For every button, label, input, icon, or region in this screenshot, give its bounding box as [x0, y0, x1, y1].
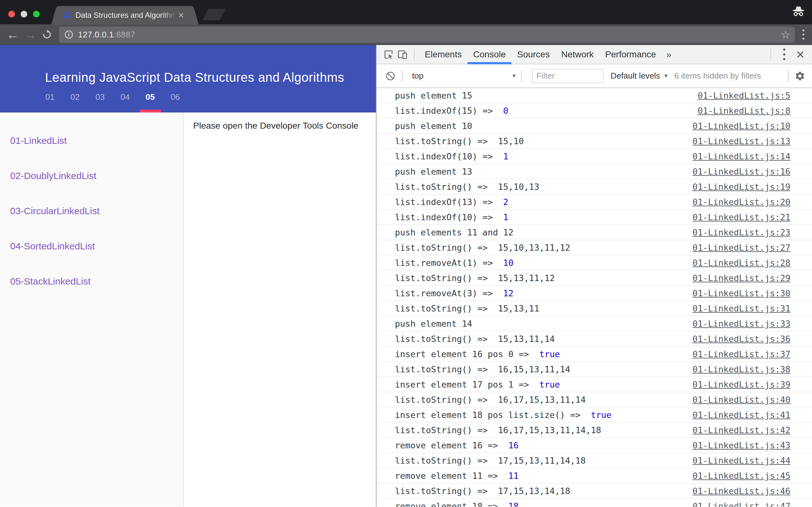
- console-source-link[interactable]: 01-LinkedList.js:5: [698, 91, 791, 101]
- console-message-text: list.toString() =>: [395, 182, 488, 192]
- console-source-link[interactable]: 01-LinkedList.js:13: [693, 136, 791, 146]
- clear-console-button[interactable]: [384, 69, 397, 83]
- inspect-element-button[interactable]: [382, 48, 396, 61]
- console-message-value: 18: [508, 501, 519, 507]
- console-message-text: list.toString() =>: [395, 486, 488, 496]
- console-source-link[interactable]: 01-LinkedList.js:33: [693, 319, 791, 329]
- console-message-value: 15,10: [498, 136, 524, 146]
- address-bar[interactable]: 127.0.0.1:8887 ☆: [59, 26, 795, 43]
- browser-menu-button[interactable]: [801, 27, 806, 42]
- console-message-text: list.indexOf(10) =>: [395, 212, 493, 222]
- header-nav-tab[interactable]: 05: [138, 81, 163, 112]
- more-tabs-icon[interactable]: »: [662, 49, 676, 60]
- console-source-link[interactable]: 01-LinkedList.js:19: [693, 182, 791, 192]
- console-message-value: true: [591, 410, 612, 420]
- console-source-link[interactable]: 01-LinkedList.js:29: [693, 273, 791, 283]
- console-source-link[interactable]: 01-LinkedList.js:27: [693, 243, 791, 252]
- forward-button[interactable]: →: [23, 27, 38, 42]
- console-source-link[interactable]: 01-LinkedList.js:44: [693, 456, 791, 465]
- device-toolbar-button[interactable]: [396, 48, 409, 61]
- header-nav-tab[interactable]: 04: [113, 81, 138, 112]
- site-info-icon[interactable]: [64, 30, 73, 39]
- console-source-link[interactable]: 01-LinkedList.js:31: [693, 303, 791, 314]
- console-source-link[interactable]: 01-LinkedList.js:20: [693, 197, 791, 207]
- devtools-close-button[interactable]: ×: [793, 48, 808, 61]
- console-source-link[interactable]: 01-LinkedList.js:30: [693, 288, 791, 298]
- devtools-tab[interactable]: Elements: [419, 45, 467, 64]
- console-log-row: list.toString() => 15,10 01-LinkedList.j…: [376, 134, 812, 149]
- console-source-link[interactable]: 01-LinkedList.js:28: [693, 258, 791, 268]
- content-message: Please open the Developer Tools Console: [193, 121, 358, 130]
- sidebar-link[interactable]: 04-SortedLinkedList: [10, 241, 95, 251]
- devtools-tab-label: Network: [561, 49, 594, 60]
- bookmark-star-icon[interactable]: ☆: [781, 29, 791, 40]
- console-source-link[interactable]: 01-LinkedList.js:46: [693, 486, 791, 496]
- console-message-value: 10: [503, 258, 513, 268]
- console-source-link[interactable]: 01-LinkedList.js:21: [693, 212, 791, 222]
- console-message-text: list.removeAt(1) =>: [395, 258, 493, 268]
- console-source-link[interactable]: 01-LinkedList.js:16: [693, 167, 791, 176]
- console-source-link[interactable]: 01-LinkedList.js:40: [693, 395, 791, 405]
- inspect-cursor-icon: [383, 49, 394, 60]
- nav-tab-label: 01: [45, 92, 55, 102]
- divider: [521, 70, 522, 82]
- browser-toolbar: ← → 127.0.0.1:8887 ☆: [0, 24, 812, 45]
- devtools-tab[interactable]: Performance: [600, 45, 662, 64]
- active-nav-indicator: [140, 110, 161, 112]
- devtools-tab[interactable]: Console: [467, 45, 512, 64]
- devtools-menu-button[interactable]: [780, 46, 788, 63]
- header-nav: 01 02 03 04 05 06: [38, 81, 188, 112]
- nav-tab-label: 06: [171, 92, 180, 102]
- console-log-row: remove element 16 => 16 01-LinkedList.js…: [376, 438, 812, 453]
- back-button[interactable]: ←: [6, 27, 20, 42]
- console-source-link[interactable]: 01-LinkedList.js:36: [693, 334, 791, 344]
- console-log-row: list.toString() => 15,10,13 01-LinkedLis…: [376, 179, 812, 194]
- console-source-link[interactable]: 01-LinkedList.js:47: [693, 501, 791, 507]
- console-settings-button[interactable]: [793, 69, 807, 83]
- console-message-text: list.toString() =>: [395, 395, 488, 405]
- browser-tab[interactable]: Data Structures and Algorithms ×: [58, 6, 192, 24]
- window-zoom-button[interactable]: [33, 11, 40, 17]
- console-source-link[interactable]: 01-LinkedList.js:10: [693, 121, 791, 131]
- console-source-link[interactable]: 01-LinkedList.js:37: [693, 349, 791, 359]
- header-nav-tab[interactable]: 01: [38, 81, 62, 112]
- new-tab-button[interactable]: [202, 9, 225, 20]
- devtools-tab-label: Sources: [517, 49, 550, 60]
- console-log-row: list.toString() => 17,15,13,11,14,18 01-…: [376, 453, 812, 468]
- device-toolbar-icon: [397, 49, 408, 60]
- console-source-link[interactable]: 01-LinkedList.js:38: [693, 364, 791, 374]
- divider: [414, 49, 415, 60]
- log-levels-dropdown[interactable]: Default levels ▼: [611, 71, 669, 81]
- console-message-value: 15,13,11,14: [498, 334, 555, 344]
- console-log-row: list.toString() => 15,10,13,11,12 01-Lin…: [376, 240, 812, 256]
- window-minimize-button[interactable]: [20, 11, 27, 17]
- console-source-link[interactable]: 01-LinkedList.js:39: [693, 380, 791, 389]
- console-source-link[interactable]: 01-LinkedList.js:14: [693, 152, 791, 161]
- sidebar-list-item: 02-DoublyLinkedList: [0, 158, 183, 193]
- window-close-button[interactable]: [8, 11, 15, 17]
- console-message-value: 1: [503, 152, 508, 161]
- console-source-link[interactable]: 01-LinkedList.js:42: [693, 425, 791, 435]
- header-nav-tab[interactable]: 06: [163, 81, 188, 112]
- execution-context-selector[interactable]: top ▼: [412, 71, 517, 81]
- web-page: Learning JavaScript Data Structures and …: [0, 45, 376, 507]
- sidebar-link[interactable]: 01-LinkedList: [10, 135, 67, 146]
- header-nav-tab[interactable]: 02: [62, 81, 88, 112]
- console-message-value: 17,15,13,11,14,18: [498, 456, 586, 465]
- devtools-tab[interactable]: Network: [555, 45, 600, 64]
- console-source-link[interactable]: 01-LinkedList.js:23: [693, 228, 791, 237]
- console-filter-input[interactable]: [532, 69, 604, 83]
- console-source-link[interactable]: 01-LinkedList.js:45: [693, 471, 791, 481]
- console-source-link[interactable]: 01-LinkedList.js:43: [693, 441, 791, 450]
- sidebar-link[interactable]: 02-DoublyLinkedList: [10, 170, 96, 181]
- sidebar-link[interactable]: 05-StackLinkedList: [10, 276, 90, 287]
- console-log-row: list.removeAt(3) => 12 01-LinkedList.js:…: [376, 286, 812, 301]
- console-source-link[interactable]: 01-LinkedList.js:8: [698, 106, 791, 116]
- reload-button[interactable]: [40, 27, 54, 42]
- sidebar-link[interactable]: 03-CircularLinkedList: [10, 206, 100, 216]
- console-log-row: list.toString() => 16,17,15,13,11,14,18 …: [376, 423, 812, 438]
- console-source-link[interactable]: 01-LinkedList.js:41: [693, 410, 791, 420]
- header-nav-tab[interactable]: 03: [88, 81, 113, 112]
- devtools-tab[interactable]: Sources: [511, 45, 555, 64]
- tab-close-icon[interactable]: ×: [178, 10, 184, 20]
